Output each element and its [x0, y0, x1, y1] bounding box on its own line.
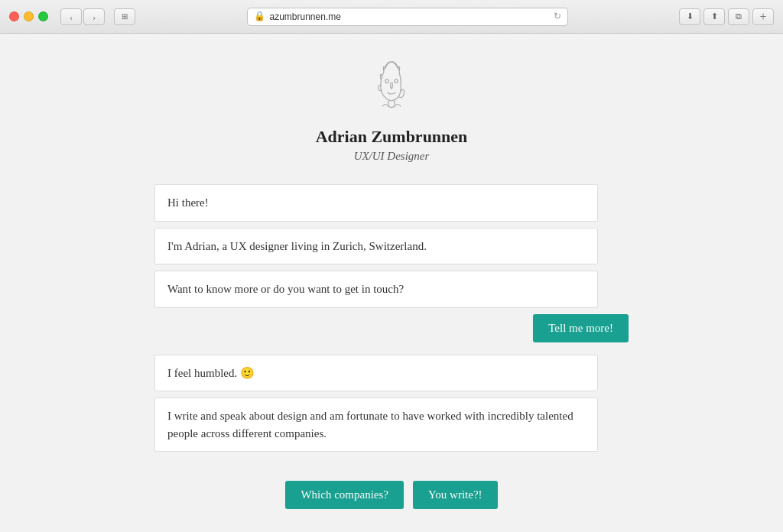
message-4: I feel humbled. 🙂 [154, 355, 598, 392]
url-bar[interactable]: 🔒 azumbrunnen.me ↻ [247, 8, 568, 26]
reader-button[interactable]: ⊞ [114, 8, 135, 25]
you-write-button[interactable]: You write?! [413, 481, 498, 509]
profile-section: Adrian Zumbrunnen UX/UI Designer [316, 57, 468, 163]
forward-button[interactable]: › [83, 8, 105, 25]
message-3-text: Want to know more or do you want to get … [167, 283, 404, 295]
url-bar-container: 🔒 azumbrunnen.me ↻ [141, 8, 673, 26]
back-icon: ‹ [70, 12, 73, 21]
security-icon: 🔒 [254, 11, 265, 22]
chat-container: Hi there! I'm Adrian, a UX designer livi… [154, 184, 629, 521]
avatar [361, 57, 422, 118]
maximize-button[interactable] [38, 11, 48, 21]
close-button[interactable] [9, 11, 19, 21]
minimize-button[interactable] [24, 11, 34, 21]
url-text: azumbrunnen.me [270, 11, 341, 22]
profile-name: Adrian Zumbrunnen [316, 127, 468, 147]
browser-chrome: ‹ › ⊞ 🔒 azumbrunnen.me ↻ ⬇ ⬆ ⧉ + [0, 0, 783, 34]
message-5-text: I write and speak about design and am fo… [167, 410, 573, 440]
share-icon[interactable]: ⬆ [703, 8, 725, 25]
message-2: I'm Adrian, a UX designer living in Zuri… [154, 228, 598, 265]
tabs-icon[interactable]: ⧉ [728, 8, 749, 25]
svg-point-1 [395, 79, 398, 83]
profile-title: UX/UI Designer [354, 150, 430, 163]
svg-point-0 [385, 79, 388, 83]
message-3: Want to know more or do you want to get … [154, 271, 598, 308]
bottom-buttons-row: Which companies? You write?! [154, 481, 629, 509]
reader-icon: ⊞ [122, 12, 128, 21]
nav-buttons: ‹ › [60, 8, 105, 25]
reload-icon[interactable]: ↻ [554, 11, 561, 22]
traffic-lights [9, 11, 48, 21]
message-1: Hi there! [154, 184, 598, 222]
page-content: Adrian Zumbrunnen UX/UI Designer Hi ther… [0, 34, 783, 532]
new-tab-button[interactable]: + [752, 8, 774, 25]
message-5: I write and speak about design and am fo… [154, 397, 598, 452]
message-4-text: I feel humbled. 🙂 [167, 367, 255, 379]
message-1-text: Hi there! [167, 196, 209, 209]
message-2-text: I'm Adrian, a UX designer living in Zuri… [167, 240, 427, 252]
download-icon[interactable]: ⬇ [679, 8, 700, 25]
browser-actions: ⬇ ⬆ ⧉ + [679, 8, 774, 25]
forward-icon: › [93, 12, 96, 21]
which-companies-button[interactable]: Which companies? [285, 481, 404, 509]
back-button[interactable]: ‹ [60, 8, 82, 25]
tell-me-more-row: Tell me more! [154, 314, 629, 342]
tell-me-more-button[interactable]: Tell me more! [533, 314, 629, 342]
